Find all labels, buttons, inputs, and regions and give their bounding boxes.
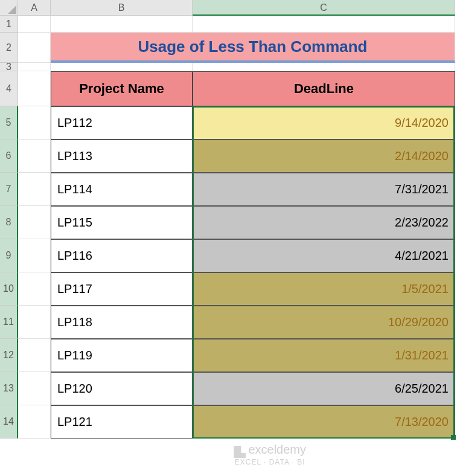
row-header-7[interactable]: 7 xyxy=(0,173,18,206)
cell-a1[interactable] xyxy=(18,16,51,33)
cell-c9[interactable]: 4/21/2021 xyxy=(193,239,455,272)
row-header-6[interactable]: 6 xyxy=(0,140,18,173)
cell-c3[interactable] xyxy=(193,63,455,71)
title-cell[interactable]: Usage of Less Than Command xyxy=(51,33,455,63)
row-header-10[interactable]: 10 xyxy=(0,272,18,306)
row-header-12[interactable]: 12 xyxy=(0,339,18,372)
cell-b12[interactable]: LP119 xyxy=(51,339,193,372)
cell-a11[interactable] xyxy=(18,306,51,339)
row-header-2[interactable]: 2 xyxy=(0,33,18,63)
watermark: exceldemy EXCEL · DATA · BI xyxy=(234,443,306,466)
row-header-3[interactable]: 3 xyxy=(0,63,18,71)
cell-a10[interactable] xyxy=(18,272,51,306)
cell-a12[interactable] xyxy=(18,339,51,372)
cell-b14[interactable]: LP121 xyxy=(51,405,193,439)
cell-b10[interactable]: LP117 xyxy=(51,272,193,306)
cell-c12[interactable]: 1/31/2021 xyxy=(193,339,455,372)
cell-a3[interactable] xyxy=(18,63,51,71)
cell-a14[interactable] xyxy=(18,405,51,439)
cell-a9[interactable] xyxy=(18,239,51,272)
col-header-c[interactable]: C xyxy=(193,0,455,16)
cell-a5[interactable] xyxy=(18,106,51,140)
cell-b11[interactable]: LP118 xyxy=(51,306,193,339)
select-all-corner[interactable] xyxy=(0,0,18,16)
row-header-4[interactable]: 4 xyxy=(0,71,18,106)
cell-c14[interactable]: 7/13/2020 xyxy=(193,405,455,439)
cell-b13[interactable]: LP120 xyxy=(51,372,193,405)
col-header-a[interactable]: A xyxy=(18,0,51,16)
cell-a6[interactable] xyxy=(18,140,51,173)
cell-b6[interactable]: LP113 xyxy=(51,140,193,173)
row-header-11[interactable]: 11 xyxy=(0,306,18,339)
row-header-9[interactable]: 9 xyxy=(0,239,18,272)
cell-a4[interactable] xyxy=(18,71,51,106)
cell-c10[interactable]: 1/5/2021 xyxy=(193,272,455,306)
cell-b8[interactable]: LP115 xyxy=(51,206,193,239)
cell-b1[interactable] xyxy=(51,16,193,33)
cell-b7[interactable]: LP114 xyxy=(51,173,193,206)
header-deadline[interactable]: DeadLine xyxy=(193,71,455,106)
row-header-14[interactable]: 14 xyxy=(0,405,18,439)
watermark-icon xyxy=(234,446,246,458)
row-header-5[interactable]: 5 xyxy=(0,106,18,140)
cell-c7[interactable]: 7/31/2021 xyxy=(193,173,455,206)
cell-a7[interactable] xyxy=(18,173,51,206)
cell-a13[interactable] xyxy=(18,372,51,405)
spreadsheet-grid: A B C 1 2 Usage of Less Than Command 3 4… xyxy=(0,0,463,439)
row-header-1[interactable]: 1 xyxy=(0,16,18,33)
col-header-b[interactable]: B xyxy=(51,0,193,16)
cell-c5[interactable]: 9/14/2020 xyxy=(193,106,455,140)
cell-b9[interactable]: LP116 xyxy=(51,239,193,272)
cell-b5[interactable]: LP112 xyxy=(51,106,193,140)
cell-a8[interactable] xyxy=(18,206,51,239)
cell-c6[interactable]: 2/14/2020 xyxy=(193,140,455,173)
row-header-13[interactable]: 13 xyxy=(0,372,18,405)
cell-c11[interactable]: 10/29/2020 xyxy=(193,306,455,339)
header-project[interactable]: Project Name xyxy=(51,71,193,106)
cell-c8[interactable]: 2/23/2022 xyxy=(193,206,455,239)
cell-c13[interactable]: 6/25/2021 xyxy=(193,372,455,405)
cell-a2[interactable] xyxy=(18,33,51,63)
cell-b3[interactable] xyxy=(51,63,193,71)
cell-c1[interactable] xyxy=(193,16,455,33)
row-header-8[interactable]: 8 xyxy=(0,206,18,239)
